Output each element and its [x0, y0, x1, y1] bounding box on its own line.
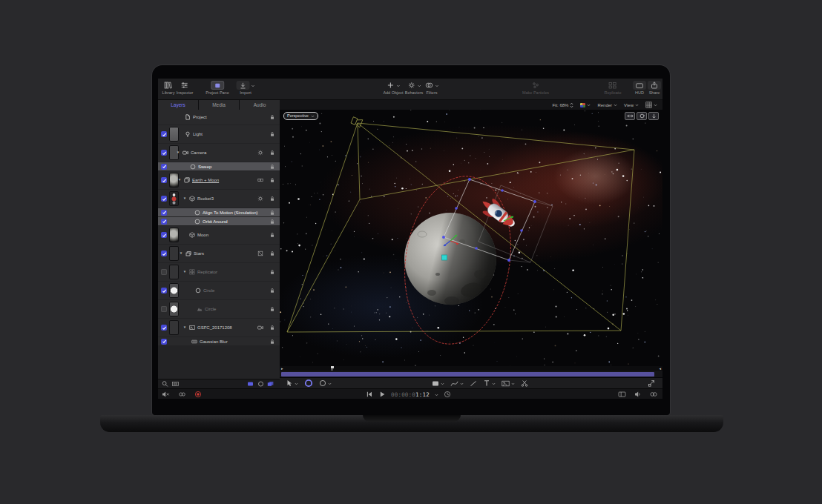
lock-icon[interactable]: [269, 177, 275, 183]
link-icon[interactable]: [178, 391, 186, 398]
layer-row[interactable]: ▼Rocket3: [158, 190, 280, 208]
layer-row[interactable]: Light: [158, 125, 280, 143]
lock-icon[interactable]: [269, 164, 275, 170]
audio-mute-icon[interactable]: [162, 391, 170, 398]
lock-icon[interactable]: [269, 150, 275, 156]
timecode-display[interactable]: 00:00:01:12: [391, 391, 430, 398]
timing-pane-toggle[interactable]: [257, 381, 264, 387]
in-point-marker[interactable]: ▸: [281, 367, 283, 370]
layer-row[interactable]: Gaussian Blur: [158, 337, 280, 345]
moon-object[interactable]: [404, 213, 496, 305]
tab-layers[interactable]: Layers: [158, 100, 198, 110]
share-button[interactable]: Share: [648, 80, 661, 96]
layer-checkbox[interactable]: [161, 232, 167, 238]
filter-frame-icon[interactable]: [172, 381, 179, 387]
layer-checkbox[interactable]: [161, 164, 167, 170]
camera-view-menu[interactable]: Perspective: [283, 112, 318, 120]
pan-tool-icon[interactable]: [625, 112, 635, 120]
zoom-level-control[interactable]: Fit: 68%: [552, 102, 573, 108]
text-tool[interactable]: [483, 379, 496, 387]
previous-frame-button[interactable]: [366, 391, 373, 398]
lock-icon[interactable]: [269, 339, 275, 345]
layer-row[interactable]: Orbit Around: [158, 217, 280, 225]
mini-timeline[interactable]: [280, 371, 662, 377]
disclosure-triangle[interactable]: ▼: [183, 270, 186, 273]
dolly-tool-icon[interactable]: [648, 112, 659, 120]
search-icon[interactable]: [162, 381, 168, 388]
layout-menu[interactable]: [645, 102, 657, 108]
select-transform-tool[interactable]: [286, 379, 298, 387]
view-menu[interactable]: View: [624, 102, 639, 108]
lock-icon[interactable]: [269, 251, 275, 256]
behaviors-button[interactable]: Behaviors: [405, 80, 423, 96]
layer-row[interactable]: ▼Replicator: [158, 263, 280, 281]
channels-menu[interactable]: [580, 103, 591, 107]
filters-button[interactable]: Filters: [425, 80, 439, 96]
layer-checkbox[interactable]: [161, 288, 167, 294]
pan-zoom-tool[interactable]: [319, 379, 332, 387]
layer-row[interactable]: Circle: [158, 300, 280, 318]
layer-checkbox[interactable]: [161, 219, 167, 225]
layer-checkbox[interactable]: [161, 177, 167, 183]
hud-button[interactable]: HUD: [633, 80, 646, 96]
lock-icon[interactable]: [269, 269, 275, 275]
disclosure-triangle[interactable]: ▼: [177, 150, 180, 154]
lock-icon[interactable]: [269, 288, 275, 294]
timing-pane-icon[interactable]: [618, 391, 626, 398]
layer-row[interactable]: ▼Camera: [158, 144, 280, 162]
loop-icon[interactable]: [649, 391, 658, 398]
replicate-button[interactable]: Replicate: [605, 80, 622, 96]
lock-icon[interactable]: [269, 306, 275, 312]
add-object-button[interactable]: Add Object: [383, 80, 403, 96]
chevron-down-icon[interactable]: [435, 393, 438, 397]
timing-display-icon[interactable]: [444, 391, 451, 398]
layer-checkbox[interactable]: [161, 131, 167, 137]
layer-checkbox[interactable]: [161, 306, 167, 312]
disclosure-triangle[interactable]: ▼: [183, 196, 186, 200]
layer-row[interactable]: Sweep: [158, 162, 280, 170]
layer-checkbox[interactable]: [161, 269, 167, 275]
anchor-point-handle[interactable]: [442, 255, 447, 260]
layers-pane-toggle[interactable]: [247, 381, 254, 387]
tab-media[interactable]: Media: [199, 100, 239, 110]
import-button[interactable]: Import: [237, 80, 255, 96]
shape-tool[interactable]: [432, 380, 444, 387]
disclosure-triangle[interactable]: ▼: [180, 251, 183, 255]
render-menu[interactable]: Render: [597, 102, 617, 108]
cut-tool[interactable]: [521, 379, 528, 387]
play-button[interactable]: [378, 391, 386, 398]
layer-checkbox[interactable]: [161, 339, 167, 345]
layer-row[interactable]: Align To Motion (Simulation): [158, 208, 280, 216]
tab-audio[interactable]: Audio: [240, 100, 280, 110]
record-button[interactable]: [194, 391, 202, 398]
layer-checkbox[interactable]: [161, 325, 167, 331]
line-tool[interactable]: [470, 380, 477, 387]
layer-row[interactable]: ▼Stars: [158, 245, 280, 262]
disclosure-triangle[interactable]: ▼: [178, 178, 181, 182]
layer-row[interactable]: ▼Earth + Moon: [158, 171, 280, 189]
bezier-tool[interactable]: [450, 380, 464, 387]
layer-checkbox[interactable]: [161, 196, 167, 202]
library-button[interactable]: Library: [162, 80, 175, 96]
layer-row[interactable]: ▼GSFC_20171208: [158, 319, 280, 336]
out-point-marker[interactable]: ◂: [659, 367, 661, 370]
3d-transform-tool[interactable]: [304, 379, 313, 388]
mask-tool[interactable]: [502, 380, 515, 387]
layer-checkbox[interactable]: [161, 251, 167, 256]
timeline-region[interactable]: [281, 372, 654, 377]
orbit-tool-icon[interactable]: [637, 112, 647, 120]
layer-checkbox[interactable]: [161, 150, 167, 156]
layer-row[interactable]: Circle: [158, 282, 280, 299]
lock-icon[interactable]: [269, 219, 275, 225]
lock-icon[interactable]: [269, 131, 275, 137]
adjust-item-tool[interactable]: [648, 379, 655, 387]
lock-icon[interactable]: [269, 232, 275, 238]
audio-icon[interactable]: [634, 391, 642, 398]
disclosure-triangle[interactable]: ▼: [183, 325, 186, 329]
inspector-button[interactable]: Inspector: [177, 80, 194, 96]
make-particles-button[interactable]: Make Particles: [522, 80, 549, 96]
layer-row[interactable]: Project: [158, 110, 280, 125]
project-pane-button[interactable]: Project Pane: [206, 80, 229, 96]
canvas-viewport[interactable]: Perspective: [280, 110, 662, 366]
layer-checkbox[interactable]: [161, 210, 167, 216]
